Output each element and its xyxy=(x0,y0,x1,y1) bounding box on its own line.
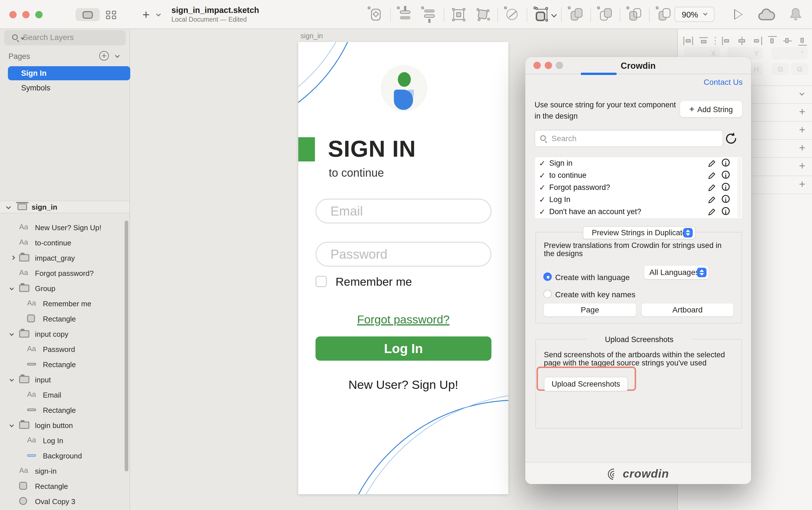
intersect-icon[interactable] xyxy=(627,6,643,23)
layer-chevron-icon[interactable] xyxy=(9,423,14,427)
string-row[interactable]: ✓ Log In i xyxy=(535,193,742,206)
difference-icon[interactable] xyxy=(656,6,672,23)
edit-pencil-icon[interactable] xyxy=(708,171,716,180)
search-layers-field[interactable] xyxy=(4,30,126,46)
string-row[interactable]: ✓ Don't have an account yet? i xyxy=(535,206,742,218)
align-bottom-icon[interactable] xyxy=(798,36,808,46)
zoom-window-button[interactable] xyxy=(35,11,42,18)
refresh-icon[interactable] xyxy=(724,132,738,145)
minimize-window-button[interactable] xyxy=(22,11,30,18)
upload-screenshots-button[interactable]: Upload Screenshots xyxy=(544,377,628,391)
edit-pencil-icon[interactable] xyxy=(708,208,716,216)
align-left-icon[interactable] xyxy=(722,36,732,46)
layer-row[interactable]: Log In xyxy=(0,433,129,448)
artboard-group-label[interactable]: sign_in xyxy=(32,203,57,212)
string-row[interactable]: ✓ Forgot password? i xyxy=(535,181,742,193)
vector-icon[interactable] xyxy=(475,6,491,23)
frame-icon[interactable] xyxy=(451,6,467,23)
create-with-language-label[interactable]: Create with language xyxy=(555,273,630,282)
insert-button[interactable]: + xyxy=(142,9,150,20)
layer-chevron-icon[interactable] xyxy=(11,256,15,260)
layer-row[interactable]: Forgot password? xyxy=(0,266,129,281)
popup-stepper-icon[interactable] xyxy=(697,268,706,277)
create-with-language-radio[interactable] xyxy=(543,272,552,281)
layer-row[interactable]: Rectangle xyxy=(0,357,129,372)
cloud-icon[interactable] xyxy=(758,8,775,22)
page-row[interactable]: Sign In xyxy=(8,66,130,80)
layer-row[interactable]: input copy xyxy=(0,327,129,342)
chevron-down-icon[interactable] xyxy=(6,205,11,209)
preview-strings-popup[interactable]: Preview Strings in Duplicate xyxy=(583,226,696,239)
subtract-icon[interactable] xyxy=(597,6,613,23)
edit-pencil-icon[interactable] xyxy=(708,183,716,192)
add-style-button[interactable]: + xyxy=(799,160,805,172)
remember-me-checkbox[interactable] xyxy=(316,276,327,287)
notifications-bell-icon[interactable] xyxy=(789,7,802,22)
signup-text[interactable]: New User? Sign Up! xyxy=(298,378,509,392)
strings-scrollbar-track[interactable] xyxy=(737,158,741,217)
pages-collapse-chevron-icon[interactable] xyxy=(115,53,120,58)
info-icon[interactable]: i xyxy=(722,171,730,179)
search-layers-input[interactable] xyxy=(23,32,119,43)
artboard[interactable]: SIGN IN to continue Remember me Forgot p… xyxy=(298,42,509,494)
add-page-button[interactable]: + xyxy=(99,51,109,61)
add-style-button[interactable]: + xyxy=(799,178,805,190)
crowdin-search-field[interactable] xyxy=(534,130,723,147)
edit-pencil-icon[interactable] xyxy=(708,159,716,168)
add-string-button[interactable]: +Add String xyxy=(680,101,742,117)
align-right-icon[interactable] xyxy=(753,36,762,46)
login-button[interactable]: Log In xyxy=(316,336,491,361)
layer-row[interactable]: input xyxy=(0,372,129,387)
page-button[interactable]: Page xyxy=(544,303,636,317)
distribute-vertically-icon[interactable] xyxy=(699,36,708,46)
info-icon[interactable]: i xyxy=(722,207,730,215)
move-up-icon[interactable] xyxy=(397,6,413,23)
layer-row[interactable]: Oval Copy 3 xyxy=(0,494,129,509)
align-top-icon[interactable] xyxy=(768,36,777,46)
string-row[interactable]: ✓ Sign in i xyxy=(535,157,742,169)
sidebar-scrollbar[interactable] xyxy=(125,221,128,471)
info-icon[interactable]: i xyxy=(722,183,730,191)
layer-row[interactable]: Background xyxy=(0,448,129,463)
insert-chevron-icon[interactable] xyxy=(156,12,161,17)
create-with-key-names-label[interactable]: Create with key names xyxy=(555,290,636,299)
add-style-button[interactable]: + xyxy=(799,142,805,154)
info-icon[interactable]: i xyxy=(722,195,730,203)
create-with-key-names-radio[interactable] xyxy=(543,290,552,298)
artboard-group-header[interactable]: sign_in xyxy=(0,201,129,213)
layer-row[interactable]: Password xyxy=(0,342,129,357)
layer-chevron-icon[interactable] xyxy=(9,377,14,382)
language-select[interactable]: All Languages xyxy=(644,266,708,279)
popup-stepper-icon[interactable] xyxy=(683,228,693,238)
layer-chevron-icon[interactable] xyxy=(9,286,14,291)
section-chevron-icon[interactable] xyxy=(800,91,804,96)
layer-row[interactable]: New User? Sign Up! xyxy=(0,220,129,235)
layer-row[interactable]: Rectangle xyxy=(0,311,129,327)
add-style-button[interactable]: + xyxy=(799,106,805,118)
layer-row[interactable]: Rectangle xyxy=(0,403,129,418)
language-select-value[interactable]: All Languages xyxy=(649,268,699,277)
layer-row[interactable]: Email xyxy=(0,387,129,403)
align-center-horizontal-icon[interactable] xyxy=(737,36,747,46)
layer-row[interactable]: impact_gray xyxy=(0,250,129,266)
page-row[interactable]: Symbols xyxy=(8,81,130,95)
layer-chevron-icon[interactable] xyxy=(9,332,14,336)
artboard-button[interactable]: Artboard xyxy=(642,303,733,317)
layer-row[interactable]: sign-in xyxy=(0,463,129,479)
resize-chevron-icon[interactable] xyxy=(551,12,557,18)
layer-row[interactable]: login button xyxy=(0,418,129,433)
crowdin-titlebar[interactable]: Crowdin xyxy=(525,57,751,74)
info-icon[interactable]: i xyxy=(722,159,730,167)
close-window-button[interactable] xyxy=(9,11,17,18)
preview-play-button[interactable] xyxy=(734,9,743,20)
email-field[interactable] xyxy=(316,199,491,223)
email-input[interactable] xyxy=(330,204,477,218)
move-down-icon[interactable] xyxy=(421,6,438,23)
more-options-icon[interactable] xyxy=(714,36,717,46)
union-icon[interactable] xyxy=(568,6,584,23)
password-field[interactable] xyxy=(316,242,491,267)
align-middle-vertical-icon[interactable] xyxy=(783,36,792,46)
add-style-button[interactable]: + xyxy=(799,124,805,136)
distribute-horizontally-icon[interactable] xyxy=(684,36,693,46)
layer-row[interactable]: Remember me xyxy=(0,296,129,311)
